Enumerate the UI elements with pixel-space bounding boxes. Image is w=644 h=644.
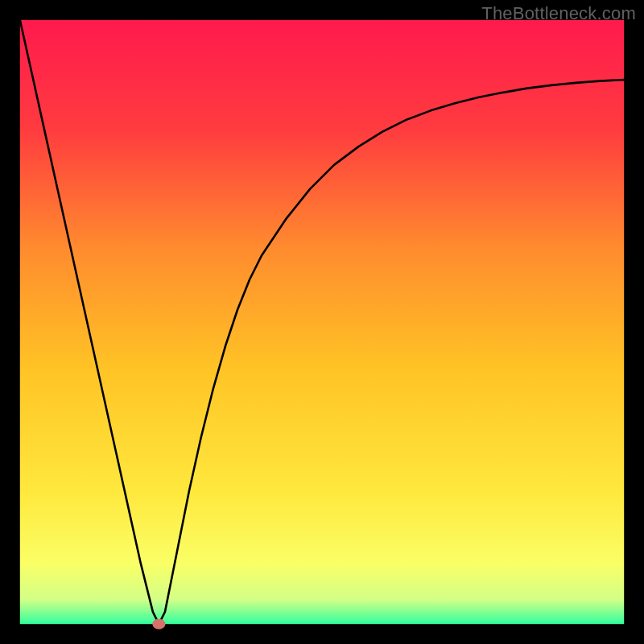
watermark-text: TheBottleneck.com [481,3,636,24]
plot-area [20,20,624,624]
bottleneck-chart [0,0,644,644]
chart-container: TheBottleneck.com [0,0,644,644]
min-marker [152,619,165,630]
